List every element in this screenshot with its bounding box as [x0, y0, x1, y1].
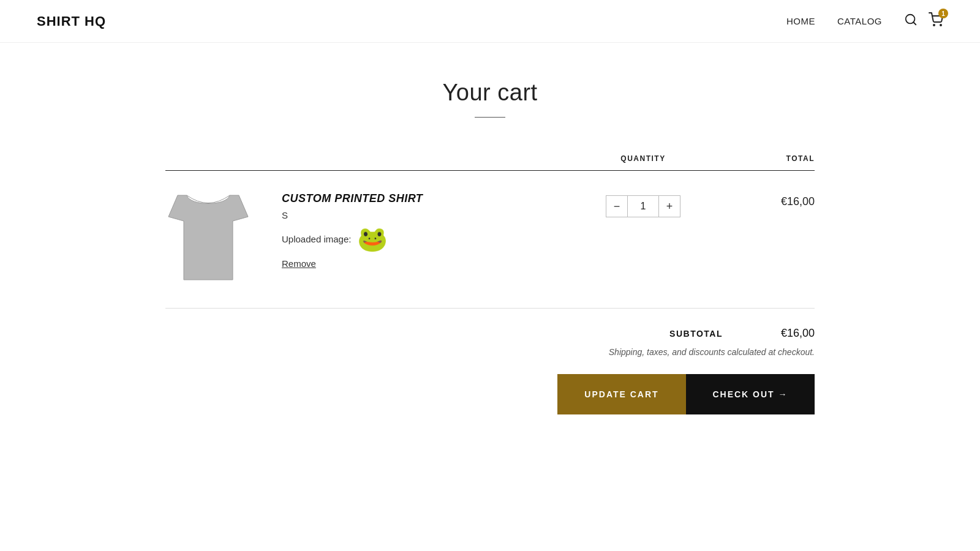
- checkout-label: CHECK OUT →: [712, 389, 788, 399]
- title-divider: [475, 117, 505, 118]
- site-logo[interactable]: SHIRT HQ: [37, 13, 106, 29]
- update-cart-button[interactable]: UPDATE CART: [557, 374, 686, 414]
- quantity-increase-button[interactable]: +: [658, 195, 680, 217]
- subtotal-value: €16,00: [760, 327, 815, 340]
- main-content: Your cart QUANTITY TOTAL: [153, 43, 827, 463]
- table-row: CUSTOM PRINTED SHIRT S Uploaded image: 🐸…: [165, 171, 815, 309]
- total-header: TOTAL: [704, 154, 815, 163]
- quantity-header: QUANTITY: [582, 154, 704, 163]
- cart-badge: 1: [938, 9, 948, 18]
- cart-header: QUANTITY TOTAL: [165, 148, 815, 171]
- cart-summary: SUBTOTAL €16,00 Shipping, taxes, and dis…: [165, 309, 815, 414]
- svg-line-1: [913, 22, 916, 24]
- item-total-price: €16,00: [704, 189, 815, 208]
- svg-point-2: [933, 24, 935, 26]
- subtotal-label: SUBTOTAL: [669, 329, 723, 339]
- checkout-button[interactable]: CHECK OUT →: [686, 374, 815, 414]
- shipping-note: Shipping, taxes, and discounts calculate…: [609, 346, 815, 359]
- remove-link[interactable]: Remove: [282, 258, 582, 269]
- nav-icons: 1: [904, 12, 943, 30]
- nav-home-link[interactable]: HOME: [786, 16, 815, 26]
- nav-right: HOME CATALOG 1: [786, 12, 943, 30]
- search-icon[interactable]: [904, 13, 918, 29]
- quantity-input[interactable]: [628, 195, 658, 217]
- item-details: CUSTOM PRINTED SHIRT S Uploaded image: 🐸…: [282, 189, 582, 269]
- cart-icon[interactable]: 1: [929, 12, 943, 30]
- product-image: [165, 189, 263, 290]
- page-title-section: Your cart: [165, 80, 815, 118]
- item-name: CUSTOM PRINTED SHIRT: [282, 192, 582, 205]
- quantity-decrease-button[interactable]: −: [606, 195, 628, 217]
- cart-table: QUANTITY TOTAL CUSTOM PRINTED SHIRT: [165, 148, 815, 309]
- cart-actions: UPDATE CART CHECK OUT →: [557, 374, 815, 414]
- svg-point-3: [940, 24, 941, 26]
- uploaded-image-row: Uploaded image: 🐸: [282, 227, 582, 251]
- page-title: Your cart: [165, 80, 815, 106]
- uploaded-label: Uploaded image:: [282, 234, 351, 244]
- subtotal-row: SUBTOTAL €16,00: [669, 327, 815, 340]
- navbar: SHIRT HQ HOME CATALOG 1: [0, 0, 980, 43]
- quantity-controls: − +: [582, 189, 704, 217]
- nav-catalog-link[interactable]: CATALOG: [837, 16, 882, 26]
- uploaded-image-preview: 🐸: [357, 227, 388, 251]
- item-size: S: [282, 210, 582, 220]
